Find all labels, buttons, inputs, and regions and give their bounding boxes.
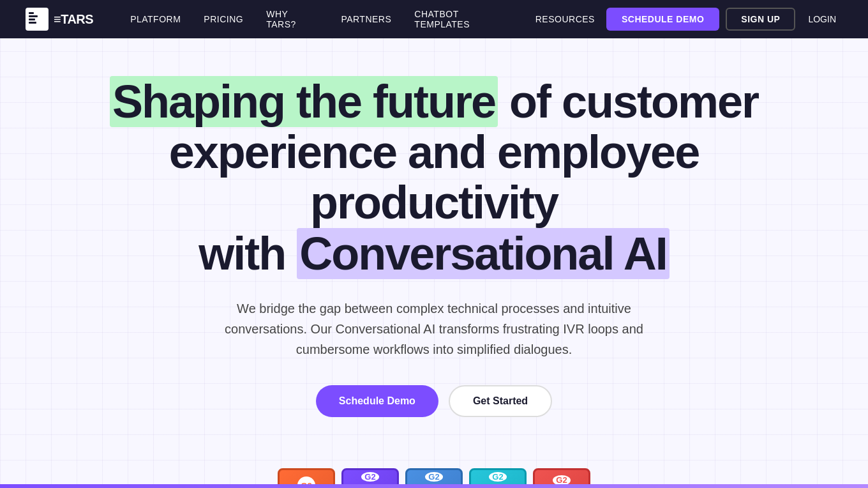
hero-highlight-green: Shaping the future: [110, 76, 498, 127]
hero-title-line3: with Conversational AI: [198, 228, 669, 279]
nav-schedule-demo-button[interactable]: SCHEDULE DEMO: [606, 8, 719, 31]
nav-sign-up-button[interactable]: SIGN UP: [726, 8, 795, 31]
g2-logo-asia: G2: [489, 472, 507, 482]
hero-title: Shaping the future of customer experienc…: [77, 77, 791, 279]
svg-rect-3: [29, 22, 36, 24]
g2-logo-enterprise: G2: [425, 472, 443, 482]
nav-chatbot-templates[interactable]: CHATBOT TEMPLATES: [403, 0, 523, 38]
g2-logo-europe: G2: [361, 472, 379, 482]
nav-actions: SCHEDULE DEMO SIGN UP LOGIN: [606, 8, 842, 31]
hero-title-line2: experience and employee productivity: [169, 126, 699, 228]
logo-text: ≡TARS: [54, 12, 93, 27]
nav-links: PLATFORM PRICING WHY TARS? PARTNERS CHAT…: [119, 0, 606, 38]
bottom-accent-bar: [0, 484, 868, 488]
hero-section: Shaping the future of customer experienc…: [51, 38, 817, 468]
hero-title-line1: Shaping the future of customer: [110, 76, 758, 127]
hero-schedule-demo-button[interactable]: Schedule Demo: [316, 385, 438, 417]
svg-rect-1: [29, 15, 38, 17]
hero-get-started-button[interactable]: Get Started: [449, 385, 552, 417]
nav-resources[interactable]: RESOURCES: [524, 0, 606, 38]
nav-platform[interactable]: PLATFORM: [119, 0, 192, 38]
navbar: ≡TARS PLATFORM PRICING WHY TARS? PARTNER…: [0, 0, 868, 38]
nav-partners[interactable]: PARTNERS: [329, 0, 403, 38]
logo[interactable]: ≡TARS: [26, 8, 93, 31]
svg-rect-0: [29, 12, 34, 14]
hero-highlight-purple: Conversational AI: [297, 228, 669, 279]
nav-why-tars[interactable]: WHY TARS?: [255, 0, 329, 38]
svg-rect-2: [29, 19, 35, 20]
nav-pricing[interactable]: PRICING: [192, 0, 255, 38]
logo-icon: [26, 8, 49, 31]
hero-subtitle: We bridge the gap between complex techni…: [198, 298, 670, 360]
hero-buttons: Schedule Demo Get Started: [77, 385, 791, 417]
nav-login-link[interactable]: LOGIN: [802, 14, 842, 24]
